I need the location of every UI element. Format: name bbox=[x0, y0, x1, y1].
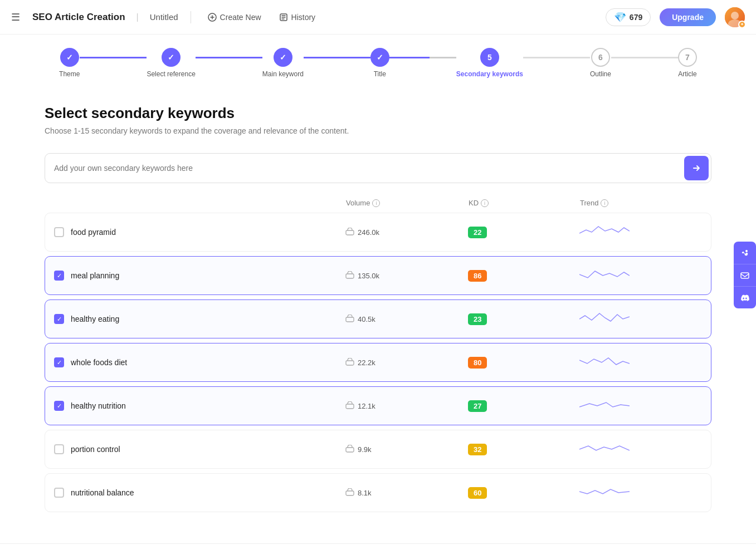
right-sidebar bbox=[734, 242, 756, 308]
step-4-circle: ✓ bbox=[370, 48, 389, 67]
keyword-name: food pyramid bbox=[54, 227, 345, 237]
step-3-label: Main keyword bbox=[262, 70, 304, 78]
history-button[interactable]: History bbox=[275, 11, 320, 24]
plus-circle-icon bbox=[208, 13, 217, 22]
keyword-checkbox[interactable]: ✓ bbox=[54, 357, 64, 367]
keyword-input-wrap bbox=[45, 153, 711, 183]
svg-rect-12 bbox=[741, 273, 749, 278]
step-5-secondary: 5 Secondary keywords bbox=[456, 48, 523, 78]
app-title: SEO Article Creation bbox=[32, 12, 125, 23]
table-row[interactable]: ✓ whole foods diet 22.2k 80 bbox=[45, 343, 711, 382]
step-connector-5-6 bbox=[523, 57, 590, 58]
share-icon bbox=[740, 248, 750, 258]
keyword-checkbox[interactable] bbox=[54, 227, 64, 237]
keyword-trend bbox=[579, 221, 702, 243]
credits-display: 💎 679 bbox=[606, 8, 651, 26]
keyword-volume: 246.0k bbox=[345, 228, 468, 237]
keyword-trend bbox=[579, 438, 702, 460]
create-new-label: Create New bbox=[220, 13, 261, 22]
upgrade-button[interactable]: Upgrade bbox=[660, 8, 716, 26]
step-5-circle: 5 bbox=[480, 48, 499, 67]
keyword-name: ✓ healthy nutrition bbox=[54, 401, 345, 411]
hamburger-icon[interactable]: ☰ bbox=[11, 11, 20, 23]
step-6-circle: 6 bbox=[591, 48, 610, 67]
keyword-checkbox[interactable]: ✓ bbox=[54, 314, 64, 324]
step-3-keyword: ✓ Main keyword bbox=[262, 48, 304, 78]
keyword-kd: 27 bbox=[468, 400, 579, 412]
table-row[interactable]: portion control 9.9k 32 bbox=[45, 430, 711, 469]
avatar[interactable]: ✦ bbox=[725, 7, 745, 27]
table-row[interactable]: ✓ meal planning 135.0k 86 bbox=[45, 256, 711, 295]
table-row[interactable]: food pyramid 246.0k 22 bbox=[45, 213, 711, 252]
keyword-trend bbox=[579, 395, 702, 417]
keyword-kd: 23 bbox=[468, 313, 579, 325]
step-7-label: Article bbox=[678, 70, 696, 78]
share-button[interactable] bbox=[734, 242, 756, 264]
keyword-volume: 12.1k bbox=[345, 401, 468, 410]
bottom-bar: 4 selected Back Next Step bbox=[0, 543, 756, 550]
keyword-input[interactable] bbox=[45, 156, 682, 180]
svg-rect-10 bbox=[346, 448, 354, 452]
nav-separator: | bbox=[136, 12, 139, 22]
keyword-volume: 22.2k bbox=[345, 358, 468, 367]
volume-icon bbox=[345, 358, 354, 367]
keyword-trend bbox=[579, 482, 702, 504]
keyword-kd: 32 bbox=[468, 444, 579, 455]
keyword-volume: 8.1k bbox=[345, 488, 468, 497]
avatar-badge: ✦ bbox=[738, 21, 746, 28]
keyword-kd: 60 bbox=[468, 487, 579, 499]
table-header: Volume i KD i Trend i bbox=[45, 199, 711, 213]
kd-info-icon[interactable]: i bbox=[481, 199, 489, 207]
history-icon bbox=[279, 13, 288, 22]
table-row[interactable]: nutritional balance 8.1k 60 bbox=[45, 473, 711, 512]
top-nav: ☰ SEO Article Creation | Untitled Create… bbox=[0, 0, 756, 35]
discord-icon bbox=[740, 293, 750, 303]
step-7-circle: 7 bbox=[678, 48, 697, 67]
keyword-checkbox[interactable]: ✓ bbox=[54, 401, 64, 411]
arrow-right-icon bbox=[691, 163, 701, 173]
svg-rect-8 bbox=[346, 361, 354, 365]
discord-button[interactable] bbox=[734, 286, 756, 308]
keyword-name: ✓ healthy eating bbox=[54, 314, 345, 324]
step-2-label: Select reference bbox=[147, 70, 195, 78]
nav-untitled: Untitled bbox=[150, 12, 178, 22]
create-new-button[interactable]: Create New bbox=[203, 11, 266, 24]
step-connector-4-5 bbox=[389, 57, 456, 58]
email-button[interactable] bbox=[734, 264, 756, 286]
keyword-name: ✓ meal planning bbox=[54, 271, 345, 281]
step-connector-3-4 bbox=[304, 57, 370, 58]
table-row[interactable]: ✓ healthy eating 40.5k 23 bbox=[45, 299, 711, 338]
volume-icon bbox=[345, 228, 354, 237]
svg-rect-7 bbox=[346, 317, 354, 322]
keyword-add-button[interactable] bbox=[684, 156, 709, 180]
step-connector-6-7 bbox=[611, 57, 678, 58]
keyword-volume: 135.0k bbox=[345, 271, 468, 280]
kd-header: KD i bbox=[469, 199, 580, 207]
keyword-trend bbox=[579, 308, 702, 330]
step-1-circle: ✓ bbox=[60, 48, 79, 67]
step-7-article: 7 Article bbox=[678, 48, 697, 78]
svg-rect-11 bbox=[346, 491, 354, 495]
volume-icon bbox=[345, 315, 354, 323]
step-1-theme: ✓ Theme bbox=[59, 48, 80, 78]
volume-info-icon[interactable]: i bbox=[372, 199, 380, 207]
step-5-label: Secondary keywords bbox=[456, 70, 523, 78]
trend-info-icon[interactable]: i bbox=[601, 199, 608, 207]
steps-bar: ✓ Theme ✓ Select reference ✓ Main keywor… bbox=[0, 35, 756, 87]
table-row[interactable]: ✓ healthy nutrition 12.1k 27 bbox=[45, 386, 711, 425]
volume-icon bbox=[345, 271, 354, 280]
main-content: Select secondary keywords Choose 1-15 se… bbox=[0, 87, 756, 534]
volume-icon bbox=[345, 488, 354, 497]
keyword-checkbox[interactable] bbox=[54, 444, 64, 454]
step-2-reference: ✓ Select reference bbox=[147, 48, 195, 78]
keyword-kd: 80 bbox=[468, 357, 579, 369]
keyword-checkbox[interactable]: ✓ bbox=[54, 271, 64, 281]
keyword-checkbox[interactable] bbox=[54, 488, 64, 498]
history-label: History bbox=[291, 13, 316, 22]
page-description: Choose 1-15 secondary keywords to expand… bbox=[45, 126, 711, 135]
volume-header: Volume i bbox=[346, 199, 469, 207]
keyword-name: ✓ whole foods diet bbox=[54, 357, 345, 367]
credits-value: 679 bbox=[630, 13, 642, 22]
gem-icon: 💎 bbox=[614, 11, 626, 23]
step-2-circle: ✓ bbox=[162, 48, 181, 67]
